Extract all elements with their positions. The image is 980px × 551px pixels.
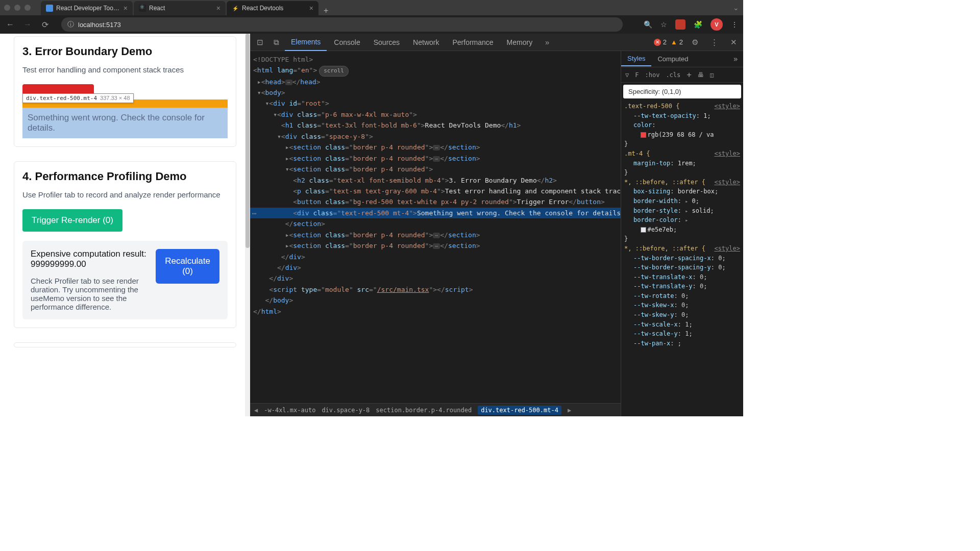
trigger-rerender-button[interactable]: Trigger Re-render (0): [22, 209, 122, 232]
css-selector[interactable]: *, ::before, ::after {: [624, 178, 705, 187]
browser-tab-strip: React Developer Tools - Chr × React × ⚡ …: [0, 0, 743, 15]
inspect-icon[interactable]: ⊡: [252, 35, 267, 50]
warning-count[interactable]: ▲2: [671, 38, 683, 46]
styles-sidebar: Styles Computed » ▽ F :hov .cls + 🖶 ◫ Sp…: [621, 51, 743, 416]
css-selector[interactable]: *, ::before, ::after {: [624, 244, 705, 254]
favicon-icon: [139, 5, 146, 12]
new-rule-icon[interactable]: +: [684, 69, 694, 81]
filter-input[interactable]: F: [633, 70, 641, 80]
new-tab-button[interactable]: +: [320, 6, 332, 15]
scrollbar-thumb[interactable]: [246, 34, 250, 248]
next-card-peek: [14, 342, 236, 347]
css-selector[interactable]: .mt-4 {: [624, 149, 650, 159]
filter-icon[interactable]: ▽: [623, 70, 631, 80]
extensions-icon[interactable]: 🧩: [694, 20, 702, 29]
close-devtools-icon[interactable]: ✕: [726, 35, 741, 50]
browser-tab-2[interactable]: React ×: [134, 1, 226, 15]
tab-title: React: [149, 5, 213, 12]
profiler-hint: Check Profiler tab to see render duratio…: [31, 277, 150, 311]
elements-tree[interactable]: <!DOCTYPE html> <html lang="en">scroll ▸…: [250, 51, 621, 403]
kebab-menu-icon[interactable]: ⋮: [706, 35, 722, 50]
element-hover-tooltip: div.text-red-500.mt-4 337.33 × 48: [22, 93, 134, 103]
breadcrumb-item[interactable]: div.space-y-8: [322, 407, 370, 414]
computation-panel: Expensive computation result: 999999999.…: [22, 241, 228, 319]
node-actions-icon[interactable]: ⋯: [252, 208, 256, 219]
hov-toggle[interactable]: :hov: [643, 70, 662, 80]
tab-close-icon[interactable]: ×: [309, 4, 313, 12]
scrollbar-track: [245, 34, 250, 416]
tab-close-icon[interactable]: ×: [216, 4, 220, 12]
maximize-window[interactable]: [24, 5, 31, 11]
bookmark-icon[interactable]: ☆: [660, 20, 667, 29]
more-tabs-icon[interactable]: »: [728, 52, 743, 67]
tab-elements[interactable]: Elements: [285, 34, 327, 51]
close-window[interactable]: [4, 5, 10, 11]
url-text: localhost:5173: [78, 21, 121, 29]
scroll-badge: scroll: [319, 66, 349, 76]
computation-result: Expensive computation result: 999999999.…: [31, 249, 150, 269]
performance-card: 4. Performance Profiling Demo Use Profil…: [14, 161, 236, 328]
minimize-window[interactable]: [14, 5, 20, 11]
recalculate-button[interactable]: Recalculate (0): [156, 249, 219, 284]
profile-avatar[interactable]: V: [710, 18, 723, 31]
rule-source-link[interactable]: <style>: [714, 244, 740, 254]
tab-network[interactable]: Network: [407, 34, 445, 51]
cls-toggle[interactable]: .cls: [664, 70, 682, 80]
tab-close-icon[interactable]: ×: [124, 4, 128, 12]
error-boundary-card: 3. Error Boundary Demo Test error handli…: [14, 36, 236, 147]
menu-icon[interactable]: ⋮: [731, 20, 738, 29]
tab-styles[interactable]: Styles: [621, 52, 651, 66]
print-icon[interactable]: 🖶: [696, 70, 706, 80]
window-controls: [4, 5, 31, 11]
more-tabs-icon[interactable]: »: [540, 35, 555, 50]
tab-title: React Developer Tools - Chr: [56, 5, 120, 12]
color-swatch[interactable]: [641, 227, 646, 233]
reload-button[interactable]: ⟳: [40, 20, 50, 30]
doctype-node: <!DOCTYPE html>: [253, 56, 313, 63]
breadcrumb-item[interactable]: -w-4xl.mx-auto: [264, 407, 315, 414]
section-title: 3. Error Boundary Demo: [22, 45, 228, 58]
tab-sources[interactable]: Sources: [368, 34, 406, 51]
device-toggle-icon[interactable]: ⧉: [268, 35, 284, 50]
favicon-icon: [46, 5, 53, 12]
error-count[interactable]: ✕2: [654, 38, 667, 46]
browser-tab-3[interactable]: ⚡ React Devtools ×: [227, 1, 318, 15]
rule-source-link[interactable]: <style>: [714, 102, 740, 111]
error-text: Something went wrong. Check the console …: [28, 113, 205, 133]
section-description: Use Profiler tab to record and analyze r…: [22, 190, 228, 199]
extension-icon[interactable]: [675, 19, 685, 30]
section-title: 4. Performance Profiling Demo: [22, 170, 228, 183]
devtools-tabbar: ⊡ ⧉ Elements Console Sources Network Per…: [250, 34, 743, 51]
chevron-down-icon[interactable]: ⌄: [733, 4, 739, 12]
tooltip-selector: div.text-red-500.mt-4: [26, 95, 97, 102]
selected-dom-node[interactable]: ⋯ <div class="text-red-500 mt-4">Somethi…: [250, 208, 621, 218]
breadcrumb-item[interactable]: section.border.p-4.rounded: [376, 407, 472, 414]
specificity-tooltip: Specificity: (0,1,0): [623, 85, 741, 98]
error-message-highlighted: Something went wrong. Check the console …: [22, 108, 228, 138]
app-viewport: 3. Error Boundary Demo Test error handli…: [0, 34, 250, 416]
zoom-icon[interactable]: 🔍: [644, 20, 652, 29]
computed-toggle-icon[interactable]: ◫: [708, 70, 716, 80]
address-bar[interactable]: ⓘ localhost:5173: [61, 17, 623, 32]
devtools-panel: ⊡ ⧉ Elements Console Sources Network Per…: [250, 34, 743, 416]
rule-source-link[interactable]: <style>: [714, 149, 740, 159]
forward-button: →: [22, 20, 33, 29]
breadcrumb-prev-icon[interactable]: ◀: [254, 407, 258, 414]
tab-computed[interactable]: Computed: [651, 52, 694, 66]
back-button[interactable]: ←: [5, 20, 15, 29]
settings-icon[interactable]: ⚙: [687, 35, 702, 50]
favicon-icon: ⚡: [232, 5, 239, 12]
tooltip-dimensions: 337.33 × 48: [100, 95, 130, 102]
color-swatch[interactable]: [641, 132, 646, 138]
css-rules-list: .text-red-500 {<style> --tw-text-opacity…: [621, 101, 743, 416]
breadcrumb-item-active[interactable]: div.text-red-500.mt-4: [478, 406, 561, 415]
rule-source-link[interactable]: <style>: [714, 178, 740, 187]
tab-console[interactable]: Console: [328, 34, 366, 51]
breadcrumb-next-icon[interactable]: ▶: [568, 407, 571, 414]
css-selector[interactable]: .text-red-500 {: [624, 102, 679, 111]
tab-memory[interactable]: Memory: [501, 34, 539, 51]
browser-tab-1[interactable]: React Developer Tools - Chr ×: [41, 1, 133, 15]
site-info-icon[interactable]: ⓘ: [67, 20, 74, 29]
tab-performance[interactable]: Performance: [446, 34, 499, 51]
browser-toolbar: ← → ⟳ ⓘ localhost:5173 🔍 ☆ 🧩 V ⋮: [0, 15, 743, 34]
